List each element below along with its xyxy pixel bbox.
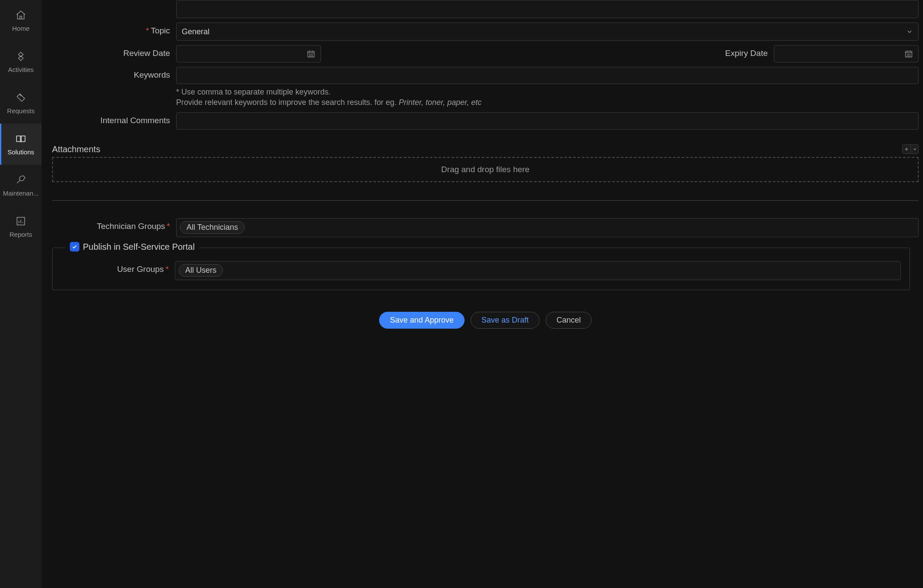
calendar-icon [904, 49, 913, 58]
technician-groups-label: Technician Groups* [52, 218, 176, 231]
reports-icon [15, 215, 27, 227]
nav-requests[interactable]: Requests [0, 82, 42, 124]
review-date-input[interactable] [176, 45, 321, 62]
svg-point-1 [309, 54, 310, 55]
solutions-icon [15, 133, 27, 145]
expiry-date-input[interactable] [774, 45, 919, 62]
publish-fieldset: Publish in Self-Service Portal User Grou… [52, 248, 910, 290]
attachments-title: Attachments [52, 144, 100, 154]
svg-point-8 [907, 54, 907, 55]
topic-label: *Topic [52, 23, 176, 36]
nav-home[interactable]: Home [0, 0, 42, 41]
publish-legend[interactable]: Publish in Self-Service Portal [65, 242, 199, 252]
keywords-label: Keywords [52, 67, 176, 80]
user-groups-label: User Groups* [61, 261, 175, 274]
svg-point-5 [311, 56, 311, 56]
svg-point-10 [910, 54, 910, 55]
sidebar: Home Activities Requests Solutions Maint… [0, 0, 42, 588]
internal-comments-input[interactable] [176, 112, 919, 130]
review-date-label: Review Date [52, 45, 176, 58]
svg-point-11 [907, 56, 907, 56]
save-draft-button[interactable]: Save as Draft [471, 312, 540, 329]
nav-maintenance-label: Maintenan... [3, 189, 39, 197]
attachment-dropdown-button[interactable] [910, 145, 918, 154]
svg-point-9 [909, 54, 909, 55]
svg-point-4 [309, 56, 310, 56]
requests-icon [15, 91, 27, 104]
svg-point-12 [909, 56, 909, 56]
chevron-down-icon [906, 28, 913, 35]
svg-point-2 [311, 54, 311, 55]
activities-icon [15, 50, 27, 62]
main-content: *Topic General Review Date [42, 0, 923, 588]
nav-requests-label: Requests [7, 107, 34, 114]
add-attachment-button[interactable] [903, 145, 910, 154]
keywords-input[interactable] [176, 67, 919, 84]
home-icon [15, 9, 27, 21]
nav-activities[interactable]: Activities [0, 41, 42, 82]
publish-label: Publish in Self-Service Portal [83, 242, 195, 252]
technician-groups-input[interactable]: All Technicians [176, 218, 919, 237]
user-group-chip[interactable]: All Users [179, 264, 223, 277]
svg-point-3 [312, 54, 313, 55]
technician-group-chip[interactable]: All Technicians [180, 221, 245, 234]
attachments-actions [902, 144, 919, 154]
internal-comments-label: Internal Comments [52, 112, 176, 125]
user-groups-input[interactable]: All Users [175, 261, 901, 280]
nav-reports-label: Reports [10, 231, 33, 238]
nav-activities-label: Activities [8, 66, 33, 73]
topic-value: General [182, 27, 209, 36]
nav-solutions-label: Solutions [7, 148, 34, 156]
section-divider [52, 200, 919, 201]
topic-select[interactable]: General [176, 23, 919, 41]
expiry-date-label: Expiry Date [485, 45, 774, 58]
description-field-partial[interactable] [176, 0, 919, 18]
maintenance-icon [15, 174, 27, 186]
calendar-icon [307, 49, 315, 58]
svg-point-13 [910, 56, 910, 56]
form-footer: Save and Approve Save as Draft Cancel [52, 312, 919, 329]
nav-solutions[interactable]: Solutions [0, 124, 42, 165]
nav-reports[interactable]: Reports [0, 206, 42, 247]
nav-maintenance[interactable]: Maintenan... [0, 165, 42, 206]
nav-home-label: Home [12, 25, 29, 32]
save-approve-button[interactable]: Save and Approve [379, 312, 465, 329]
svg-point-6 [312, 56, 313, 56]
publish-checkbox[interactable] [70, 242, 79, 252]
keywords-help: * Use comma to separate multiple keyword… [176, 87, 919, 108]
cancel-button[interactable]: Cancel [546, 312, 592, 329]
attachments-dropzone[interactable]: Drag and drop files here [52, 157, 919, 182]
